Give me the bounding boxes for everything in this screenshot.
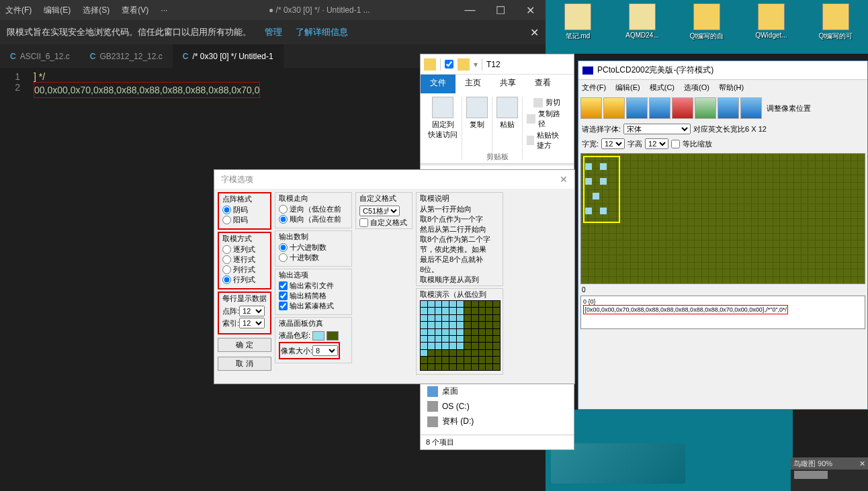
- menu-edit[interactable]: 编辑(E): [44, 5, 71, 16]
- tab-untitled[interactable]: C/* 0x30 [0] */ Untitled-1: [173, 44, 284, 68]
- ok-button[interactable]: 确 定: [218, 338, 271, 352]
- folder-icon[interactable]: [424, 58, 436, 71]
- birdseye-close-icon[interactable]: ✕: [859, 459, 865, 468]
- radio-yin[interactable]: 阴码: [222, 205, 267, 215]
- radio-forward[interactable]: 顺向（高位在前: [279, 214, 348, 224]
- color-swatch[interactable]: [327, 331, 339, 341]
- desktop-icon-label: AQMD24...: [625, 32, 658, 39]
- charw-select[interactable]: 12: [601, 138, 625, 149]
- toolbar-open-icon[interactable]: [603, 97, 625, 119]
- idx-select[interactable]: 12: [239, 318, 265, 328]
- tab-ascii[interactable]: CASCII_6_12.c: [0, 44, 80, 68]
- ratio-label: 对应英文长宽比6 X 12: [693, 124, 767, 134]
- ribbon-copypath[interactable]: 复制路径: [527, 109, 566, 129]
- menu-view[interactable]: 查看(V): [122, 5, 148, 16]
- menu-file[interactable]: 文件(F): [5, 5, 32, 16]
- cancel-button[interactable]: 取 消: [218, 357, 271, 371]
- check-label: 输出索引文件: [290, 281, 334, 291]
- ribbon-group-paste: 粘贴: [492, 97, 523, 160]
- toolbar-help-icon[interactable]: [740, 97, 762, 119]
- equal-scale-checkbox[interactable]: [671, 140, 680, 148]
- format-select[interactable]: C51格式: [359, 206, 400, 216]
- drive-icon: [427, 416, 438, 427]
- desktop-icon-qt2[interactable]: Qt编写的可: [812, 3, 859, 50]
- pixel-canvas[interactable]: [580, 153, 865, 284]
- pixel-demo-grid: [420, 300, 501, 371]
- notice-learn-link[interactable]: 了解详细信息: [296, 26, 348, 38]
- radio-col[interactable]: 逐列式: [222, 244, 267, 255]
- menu-file[interactable]: 文件(F): [582, 83, 606, 93]
- menu-edit[interactable]: 编辑(E): [615, 83, 640, 93]
- ribbon-tab-share[interactable]: 共享: [490, 75, 525, 93]
- radio-rowcol[interactable]: 行列式: [222, 275, 267, 285]
- window-buttons: — ☐ ✕: [455, 0, 546, 20]
- pixel-size-select[interactable]: 8: [312, 345, 338, 356]
- notice-close-icon[interactable]: ✕: [530, 26, 539, 39]
- ribbon-pasteshort[interactable]: 粘贴快捷方: [527, 130, 566, 150]
- charh-select[interactable]: 12: [645, 138, 668, 149]
- tree-drive-d[interactable]: 资料 (D:): [424, 414, 570, 429]
- radio-row[interactable]: 逐行式: [222, 255, 267, 265]
- toolbar-new-icon[interactable]: [580, 97, 602, 119]
- tab-gb2312[interactable]: CGB2312_12_12.c: [80, 44, 173, 68]
- toolbar-tool-icon[interactable]: [695, 97, 716, 119]
- radio-reverse[interactable]: 逆向（低位在前: [279, 204, 348, 214]
- c-file-icon: C: [183, 52, 189, 61]
- ribbon-tab-view[interactable]: 查看: [525, 75, 560, 93]
- toolbar-delete-icon[interactable]: [672, 97, 693, 119]
- color-swatch[interactable]: [312, 331, 324, 341]
- group-custom-format: 自定义格式 C51格式 自定义格式: [355, 192, 413, 229]
- copy-icon[interactable]: [466, 97, 488, 118]
- maximize-button[interactable]: ☐: [485, 0, 515, 20]
- font-select[interactable]: 宋体: [623, 124, 691, 134]
- birdseye-titlebar[interactable]: 鸟瞰图 90% ✕: [791, 457, 868, 470]
- desktop-icon-aqmd[interactable]: AQMD24...: [619, 3, 666, 50]
- lit-pixel: [600, 208, 607, 214]
- radio-yang[interactable]: 阳码: [222, 215, 267, 225]
- folder-icon[interactable]: [458, 58, 470, 71]
- desktop-icon-qt1[interactable]: Qt编写的自: [683, 3, 730, 50]
- quickbar-checkbox[interactable]: [445, 60, 453, 69]
- menu-options[interactable]: 选项(O): [684, 83, 709, 93]
- ribbon-cut[interactable]: 剪切: [533, 97, 560, 107]
- dialog-close-icon[interactable]: ✕: [560, 174, 568, 185]
- radio-dec[interactable]: 十进制数: [279, 253, 348, 263]
- radio-hex[interactable]: 十六进制数: [279, 242, 348, 253]
- charw-label: 字宽:: [582, 139, 599, 149]
- desktop-icon-qwidget[interactable]: QWidget...: [748, 3, 795, 50]
- pctolcd-titlebar[interactable]: PCtoLCD2002完美版-(字符模式): [578, 61, 867, 80]
- check-label: 输出紧凑格式: [290, 301, 334, 311]
- minimize-button[interactable]: —: [455, 0, 485, 20]
- radio-label: 逐行式: [233, 255, 255, 265]
- menu-help[interactable]: 帮助(H): [719, 83, 744, 93]
- menu-select[interactable]: 选择(S): [83, 5, 110, 16]
- radio-label: 行列式: [233, 275, 255, 285]
- check-index[interactable]: 输出索引文件: [279, 281, 348, 291]
- check-compact[interactable]: 输出精简格: [279, 291, 348, 301]
- check-custom[interactable]: 自定义格式: [359, 218, 408, 228]
- toolbar-saveas-icon[interactable]: [649, 97, 670, 119]
- tree-desktop[interactable]: 桌面: [424, 384, 570, 399]
- menu-mode[interactable]: 模式(C): [650, 83, 675, 93]
- toolbar-save-icon[interactable]: [626, 97, 648, 119]
- menu-more[interactable]: ···: [161, 5, 167, 15]
- ribbon-tab-file[interactable]: 文件: [421, 75, 455, 93]
- ribbon-label: 固定到 快速访问: [428, 120, 458, 140]
- dot-select[interactable]: 12: [239, 306, 265, 316]
- notice-manage-link[interactable]: 管理: [265, 26, 282, 38]
- group-sample-description: 取模说明 从第一行开始向 取8个点作为一个字 然后从第二行开始向 取8个点作为第…: [416, 192, 503, 286]
- close-button[interactable]: ✕: [515, 0, 546, 20]
- check-tight[interactable]: 输出紧凑格式: [279, 301, 348, 311]
- desktop-icon-label: QWidget...: [755, 32, 787, 39]
- radio-colrow[interactable]: 列行式: [222, 265, 267, 275]
- ribbon-tab-home[interactable]: 主页: [455, 75, 490, 93]
- pin-icon[interactable]: [432, 97, 453, 118]
- tree-drive-c[interactable]: OS (C:): [424, 399, 570, 414]
- dialog-titlebar[interactable]: 字模选项 ✕: [214, 170, 574, 189]
- desktop-icon-notes[interactable]: 笔记.md: [554, 3, 601, 50]
- folder-icon: [693, 3, 720, 30]
- birdseye-body[interactable]: [791, 470, 868, 491]
- toolbar-settings-icon[interactable]: [718, 97, 739, 119]
- cut-icon: [533, 98, 543, 107]
- paste-icon[interactable]: [496, 97, 518, 118]
